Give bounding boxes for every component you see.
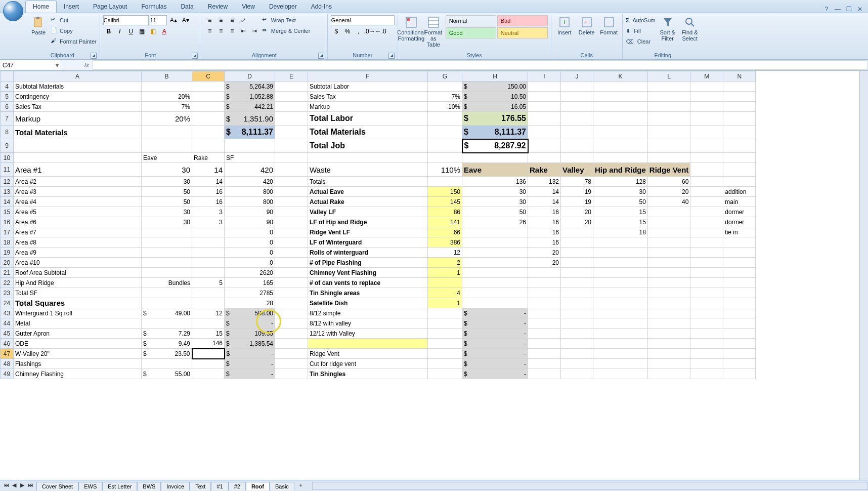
- cell-M49[interactable]: [690, 369, 723, 379]
- cell-A13[interactable]: Area #3: [14, 187, 142, 197]
- fill-color-button[interactable]: ◧: [148, 26, 159, 36]
- restore-icon[interactable]: ❐: [845, 6, 853, 13]
- format-painter-button[interactable]: 🖌Format Painter: [51, 36, 97, 47]
- cell-I10[interactable]: [528, 153, 561, 163]
- cell-I24[interactable]: [528, 298, 561, 308]
- cell-C23[interactable]: [192, 288, 225, 298]
- cell-N10[interactable]: [723, 153, 756, 163]
- cell-A11[interactable]: Area #1: [14, 163, 142, 177]
- cell-K4[interactable]: [593, 81, 648, 92]
- row-header[interactable]: 24: [1, 298, 14, 308]
- increase-indent-button[interactable]: ⇥: [249, 26, 260, 36]
- cell-N15[interactable]: dormer: [723, 207, 756, 217]
- font-dialog-launcher[interactable]: ◢: [192, 53, 198, 59]
- cell-L15[interactable]: [647, 207, 690, 217]
- cell-H11[interactable]: Eave: [462, 163, 528, 177]
- cell-J13[interactable]: 19: [561, 187, 593, 197]
- cell-A22[interactable]: Hip And Ridge: [14, 278, 142, 288]
- row-header[interactable]: 15: [1, 207, 14, 217]
- cell-H46[interactable]: $-: [462, 339, 528, 349]
- style-bad[interactable]: Bad: [497, 15, 548, 26]
- ribbon-tab-formulas[interactable]: Formulas: [134, 1, 173, 13]
- cell-K10[interactable]: [593, 153, 648, 163]
- cell-K24[interactable]: [593, 298, 648, 308]
- cell-L20[interactable]: [647, 258, 690, 268]
- cell-B43[interactable]: $49.00: [142, 308, 192, 318]
- cell-I13[interactable]: 14: [528, 187, 561, 197]
- cell-E47[interactable]: [275, 349, 308, 359]
- cell-J47[interactable]: [561, 349, 593, 359]
- cell-M10[interactable]: [690, 153, 723, 163]
- cell-I7[interactable]: [528, 112, 561, 126]
- cell-J22[interactable]: [561, 278, 593, 288]
- cell-J19[interactable]: [561, 248, 593, 258]
- cell-M21[interactable]: [690, 268, 723, 278]
- cell-K20[interactable]: [593, 258, 648, 268]
- font-name-combo[interactable]: [103, 15, 149, 25]
- cell-A21[interactable]: Roof Area Subtotal: [14, 268, 142, 278]
- worksheet-grid[interactable]: ABCDEFGHIJKLMN4Subtotal Materials$5,264.…: [0, 71, 868, 480]
- cell-F6[interactable]: Markup: [308, 102, 428, 112]
- cell-A19[interactable]: Area #9: [14, 248, 142, 258]
- row-header[interactable]: 20: [1, 258, 14, 268]
- find-select-button[interactable]: Find & Select: [680, 15, 700, 43]
- cell-B20[interactable]: [142, 258, 192, 268]
- cell-I45[interactable]: [528, 329, 561, 339]
- cell-H5[interactable]: $10.50: [462, 92, 528, 102]
- cell-G7[interactable]: [428, 112, 462, 126]
- cell-B4[interactable]: [142, 81, 192, 92]
- ribbon-tab-home[interactable]: Home: [25, 1, 57, 13]
- cell-N46[interactable]: [723, 339, 756, 349]
- cell-M15[interactable]: [690, 207, 723, 217]
- name-box[interactable]: ▾: [1, 60, 61, 70]
- cell-M48[interactable]: [690, 359, 723, 369]
- cell-H17[interactable]: [462, 227, 528, 237]
- help-icon[interactable]: ?: [822, 6, 831, 13]
- cell-C22[interactable]: 5: [192, 278, 225, 288]
- row-header[interactable]: 11: [1, 163, 14, 177]
- cell-H21[interactable]: [462, 268, 528, 278]
- cell-J8[interactable]: [561, 126, 593, 139]
- cell-M23[interactable]: [690, 288, 723, 298]
- cell-D19[interactable]: 0: [225, 248, 275, 258]
- cell-J10[interactable]: [561, 153, 593, 163]
- shrink-font-button[interactable]: A▾: [180, 15, 191, 25]
- cell-L6[interactable]: [647, 102, 690, 112]
- cell-A18[interactable]: Area #8: [14, 237, 142, 248]
- cell-D43[interactable]: $588.00: [225, 308, 275, 318]
- cell-G45[interactable]: [428, 329, 462, 339]
- row-header[interactable]: 16: [1, 217, 14, 227]
- cell-H22[interactable]: [462, 278, 528, 288]
- cell-J18[interactable]: [561, 237, 593, 248]
- cell-N16[interactable]: dormer: [723, 217, 756, 227]
- cell-L23[interactable]: [647, 288, 690, 298]
- cell-B45[interactable]: $7.29: [142, 329, 192, 339]
- decrease-indent-button[interactable]: ⇤: [238, 26, 249, 36]
- cell-L48[interactable]: [647, 359, 690, 369]
- cell-K49[interactable]: [593, 369, 648, 379]
- close-icon[interactable]: ✕: [856, 6, 864, 13]
- cell-H8[interactable]: $8,111.37: [462, 126, 528, 139]
- cell-G11[interactable]: 110%: [428, 163, 462, 177]
- cell-F44[interactable]: 8/12 with valley: [308, 318, 428, 329]
- fill-button[interactable]: ⬇ Fill: [626, 26, 656, 36]
- cell-G10[interactable]: [428, 153, 462, 163]
- cell-J45[interactable]: [561, 329, 593, 339]
- cell-G6[interactable]: 10%: [428, 102, 462, 112]
- cell-H6[interactable]: $16.05: [462, 102, 528, 112]
- clipboard-dialog-launcher[interactable]: ◢: [91, 53, 97, 59]
- cell-B46[interactable]: $9.49: [142, 339, 192, 349]
- cell-C49[interactable]: [192, 369, 225, 379]
- cell-E13[interactable]: [275, 187, 308, 197]
- merge-center-button[interactable]: ⇔Merge & Center: [262, 26, 311, 36]
- cell-B44[interactable]: [142, 318, 192, 329]
- row-header[interactable]: 7: [1, 112, 14, 126]
- cell-D22[interactable]: 165: [225, 278, 275, 288]
- cell-C44[interactable]: [192, 318, 225, 329]
- col-header-L[interactable]: L: [647, 71, 690, 81]
- cell-A5[interactable]: Contingency: [14, 92, 142, 102]
- cell-B14[interactable]: 50: [142, 197, 192, 207]
- cell-C13[interactable]: 16: [192, 187, 225, 197]
- row-header[interactable]: 23: [1, 288, 14, 298]
- row-header[interactable]: 17: [1, 227, 14, 237]
